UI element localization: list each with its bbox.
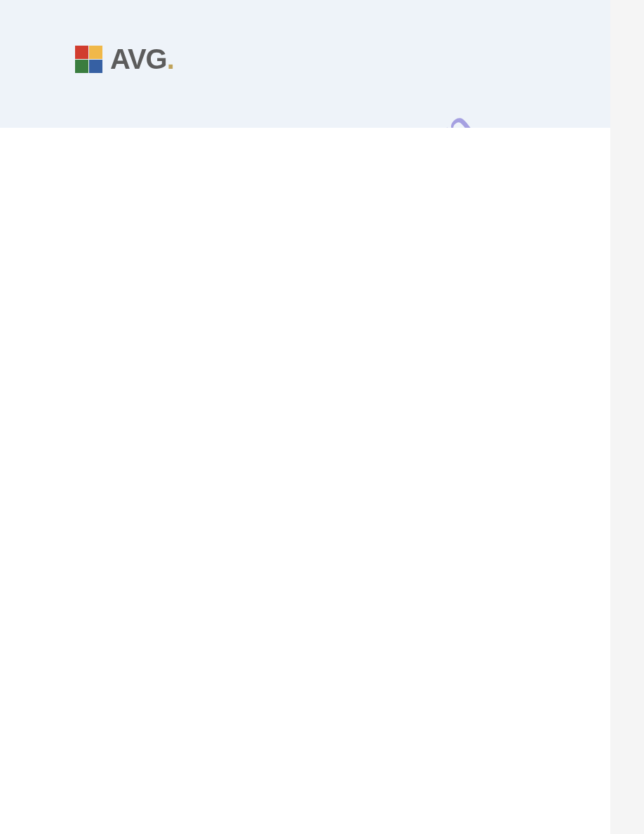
- avg-logo: AVG.: [74, 44, 175, 75]
- avg-logo-text: AVG: [110, 44, 167, 75]
- page-right-shadow: [610, 0, 644, 128]
- avg-logo-icon: [74, 44, 105, 75]
- page-header: AVG.: [0, 0, 610, 128]
